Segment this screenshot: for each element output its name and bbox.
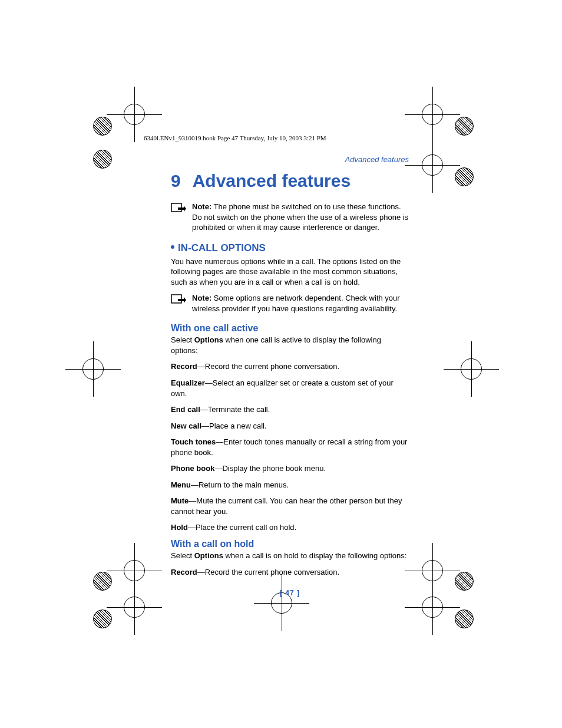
section-title-incall: IN-CALL OPTIONS xyxy=(171,242,409,254)
page-number: [ 47 ] xyxy=(171,589,409,597)
registration-circle xyxy=(455,610,474,628)
option-line: New call—Place a new call. xyxy=(171,421,409,431)
chapter-name: Advanced features xyxy=(193,171,351,190)
note-text: Note: The phone must be switched on to u… xyxy=(192,202,409,233)
registration-circle xyxy=(455,167,474,186)
crop-mark xyxy=(461,358,508,406)
bullet-icon xyxy=(171,245,174,249)
registration-circle xyxy=(93,150,112,169)
registration-circle xyxy=(93,610,112,628)
option-line: Record—Record the current phone conversa… xyxy=(171,567,409,578)
chapter-number: 9 xyxy=(171,171,181,191)
note-block: Note: Some options are network dependent… xyxy=(171,293,409,314)
registration-circle xyxy=(455,117,474,136)
option-line: Equalizer—Select an equalizer set or cre… xyxy=(171,378,409,398)
page-content: Advanced features 9Advanced features Not… xyxy=(171,133,409,597)
section-intro: You have numerous options while in a cal… xyxy=(171,256,409,288)
crop-mark xyxy=(124,597,171,644)
crop-mark xyxy=(82,358,130,406)
subsection-lead: Select Options when one call is active t… xyxy=(171,335,409,355)
option-line: Mute—Mute the current call. You can hear… xyxy=(171,496,409,516)
option-line: Record—Record the current phone conversa… xyxy=(171,361,409,372)
crop-mark xyxy=(271,592,318,640)
registration-circle xyxy=(93,117,112,136)
crop-mark xyxy=(124,104,171,151)
option-line: Touch tones—Enter touch tones manually o… xyxy=(171,437,409,457)
subsection-lead: Select Options when a call is on hold to… xyxy=(171,551,409,561)
note-icon xyxy=(171,294,186,306)
subsection-title-onecall: With one call active xyxy=(171,323,409,334)
subsection-title-hold: With a call on hold xyxy=(171,539,409,549)
note-icon xyxy=(171,203,186,215)
option-line: Phone book—Display the phone book menu. xyxy=(171,463,409,474)
option-line: Hold—Place the current call on hold. xyxy=(171,522,409,533)
note-text: Note: Some options are network dependent… xyxy=(192,293,409,314)
chapter-title: 9Advanced features xyxy=(171,171,409,191)
note-block: Note: The phone must be switched on to u… xyxy=(171,202,409,233)
running-header: Advanced features xyxy=(171,155,409,164)
option-line: End call—Terminate the call. xyxy=(171,404,409,415)
registration-circle xyxy=(93,572,112,591)
option-line: Menu—Return to the main menus. xyxy=(171,480,409,490)
